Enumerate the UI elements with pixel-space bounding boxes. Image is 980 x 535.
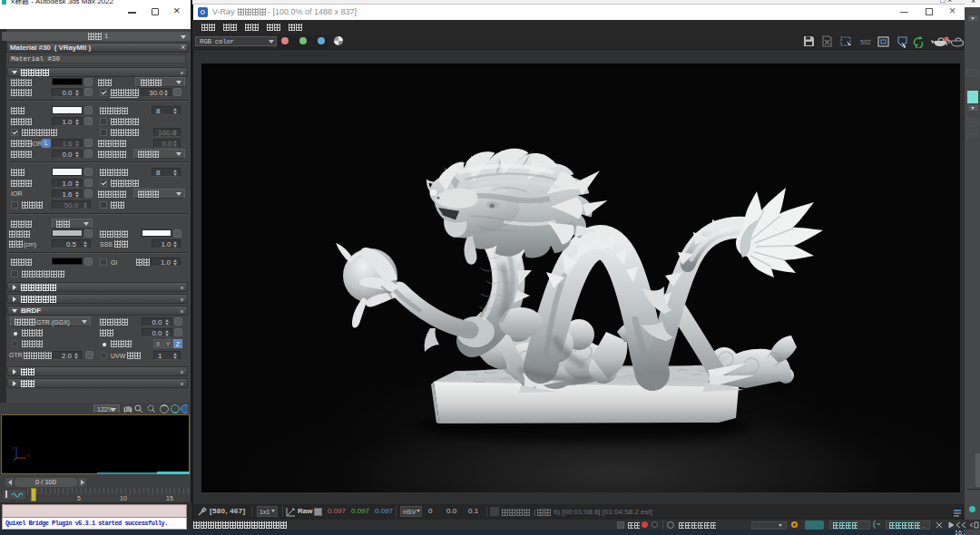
svg-text:502: 502	[860, 39, 871, 45]
svg-text:z: z	[13, 445, 15, 451]
svg-text:x: x	[27, 452, 30, 458]
